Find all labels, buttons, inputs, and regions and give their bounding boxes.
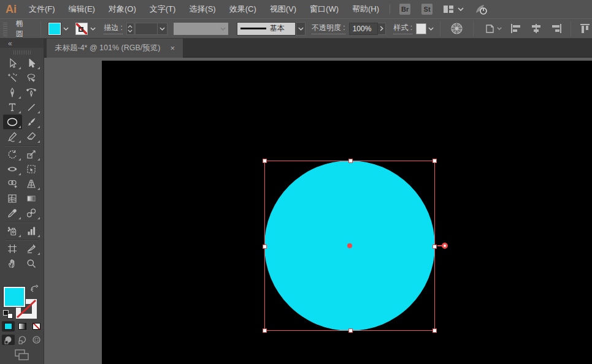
gradient-tool[interactable] xyxy=(22,191,41,206)
menu-edit[interactable]: 编辑(E) xyxy=(62,0,102,18)
toolbar-collapse-button[interactable]: « xyxy=(0,39,44,48)
separator xyxy=(473,21,474,37)
eyedropper-tool[interactable] xyxy=(3,206,22,221)
symbol-sprayer-tool[interactable] xyxy=(3,224,22,238)
paintbrush-tool[interactable] xyxy=(22,115,41,129)
shape-builder-tool[interactable] xyxy=(3,176,22,191)
toolbar-grip[interactable] xyxy=(13,50,31,55)
workspace-switcher[interactable] xyxy=(443,5,464,13)
hand-tool[interactable] xyxy=(3,256,22,271)
default-fill-stroke-icon[interactable] xyxy=(3,310,13,319)
bridge-badge-icon[interactable]: Br xyxy=(399,4,410,15)
menu-help[interactable]: 帮助(H) xyxy=(345,0,386,18)
direct-selection-tool[interactable] xyxy=(22,56,41,70)
stroke-color-swatch[interactable] xyxy=(75,23,88,35)
free-transform-tool[interactable] xyxy=(22,162,41,176)
align-top-icon[interactable] xyxy=(580,23,592,34)
draw-inside-button[interactable] xyxy=(30,335,43,345)
stroke-panel-link[interactable]: 描边 : xyxy=(104,23,123,34)
artboard-tool[interactable] xyxy=(3,241,22,256)
slice-tool[interactable] xyxy=(22,241,41,256)
stroke-weight-dropdown[interactable] xyxy=(157,23,167,34)
stroke-weight-stepper[interactable] xyxy=(126,23,134,35)
illustrator-logo[interactable]: Ai xyxy=(0,0,22,18)
separator xyxy=(440,21,440,37)
stock-badge-icon[interactable]: St xyxy=(421,4,432,15)
menu-select[interactable]: 选择(S) xyxy=(182,0,222,18)
draw-normal-button[interactable] xyxy=(2,335,15,345)
gradient-button[interactable] xyxy=(16,321,29,332)
draw-behind-button[interactable] xyxy=(16,335,29,345)
perspective-grid-tool[interactable] xyxy=(22,176,41,191)
stroke-weight-combo[interactable] xyxy=(135,23,167,35)
stroke-color-dropdown[interactable] xyxy=(88,23,98,35)
menu-file[interactable]: 文件(F) xyxy=(22,0,62,18)
handle-bottom-left[interactable] xyxy=(263,328,267,333)
menu-type[interactable]: 文字(T) xyxy=(143,0,183,18)
opacity-more-button[interactable] xyxy=(378,23,386,35)
fill-color-swatch[interactable] xyxy=(48,23,61,35)
swap-fill-stroke-icon[interactable] xyxy=(29,284,39,295)
graphic-style-swatch[interactable] xyxy=(416,23,426,34)
active-tool-label: 椭圆 xyxy=(16,18,28,39)
handle-top-right[interactable] xyxy=(432,159,437,163)
opacity-input[interactable]: 100% xyxy=(349,23,378,35)
pie-angle-widget[interactable] xyxy=(442,243,448,249)
zoom-tool[interactable] xyxy=(22,256,41,271)
close-tab-icon[interactable]: × xyxy=(170,44,175,53)
lasso-tool[interactable] xyxy=(22,70,41,85)
fill-color-dropdown[interactable] xyxy=(61,23,71,35)
fill-color-indicator[interactable] xyxy=(4,287,25,307)
align-center-icon[interactable] xyxy=(530,23,542,34)
menu-object[interactable]: 对象(O) xyxy=(102,0,143,18)
type-tool[interactable] xyxy=(3,100,22,115)
chevron-down-icon xyxy=(497,27,502,30)
opacity-panel-link[interactable]: 不透明度 : xyxy=(312,23,345,34)
menu-view[interactable]: 视图(V) xyxy=(263,0,303,18)
transform-options-button[interactable] xyxy=(483,23,502,34)
scale-tool[interactable] xyxy=(22,147,41,162)
brush-definition-dropdown[interactable] xyxy=(296,22,306,36)
color-button[interactable] xyxy=(2,321,15,332)
ellipse-tool[interactable] xyxy=(3,115,22,129)
shape-center-point[interactable] xyxy=(347,243,352,248)
gradient-swatch-icon xyxy=(18,323,26,330)
align-right-icon[interactable] xyxy=(550,23,562,34)
width-tool[interactable] xyxy=(3,162,22,176)
menu-effect[interactable]: 效果(C) xyxy=(223,0,263,18)
pen-tool[interactable] xyxy=(3,85,22,100)
stroke-color-control[interactable] xyxy=(75,23,98,35)
handle-middle-left[interactable] xyxy=(263,245,267,249)
brush-definition-combo[interactable]: 基本 xyxy=(237,22,306,36)
selection-tool[interactable] xyxy=(3,56,22,70)
rotate-tool[interactable] xyxy=(3,147,22,162)
graphic-style-dropdown[interactable] xyxy=(426,23,435,35)
menu-window[interactable]: 窗口(W) xyxy=(303,0,345,18)
column-graph-tool[interactable] xyxy=(22,224,41,238)
handle-bottom-right[interactable] xyxy=(432,328,437,333)
shaper-tool[interactable] xyxy=(3,129,22,144)
canvas-area[interactable] xyxy=(44,58,592,364)
handle-middle-right[interactable] xyxy=(432,245,437,249)
screen-mode-button[interactable] xyxy=(15,349,29,363)
none-button[interactable] xyxy=(30,321,43,332)
mesh-tool[interactable] xyxy=(3,191,22,206)
blend-tool[interactable] xyxy=(22,206,41,221)
handle-top-left[interactable] xyxy=(263,159,267,163)
recolor-artwork-button[interactable] xyxy=(450,22,463,35)
line-segment-tool[interactable] xyxy=(22,100,41,115)
handle-top-center[interactable] xyxy=(348,159,353,163)
recolor-artwork-icon xyxy=(450,22,463,35)
chevron-down-icon xyxy=(298,27,304,31)
style-panel-link[interactable]: 样式 : xyxy=(393,23,412,34)
magic-wand-tool[interactable] xyxy=(3,70,22,85)
fill-color-control[interactable] xyxy=(48,23,71,35)
eraser-tool[interactable] xyxy=(22,129,41,144)
handle-bottom-center[interactable] xyxy=(348,328,353,333)
control-bar-grip[interactable] xyxy=(3,21,7,36)
document-tab[interactable]: 未标题-4* @ 101% (RGB/预览) × xyxy=(47,39,183,58)
curvature-tool[interactable] xyxy=(22,85,41,100)
align-left-icon[interactable] xyxy=(510,23,523,34)
draw-inside-icon xyxy=(32,335,41,344)
gpu-performance-button[interactable] xyxy=(474,3,488,15)
